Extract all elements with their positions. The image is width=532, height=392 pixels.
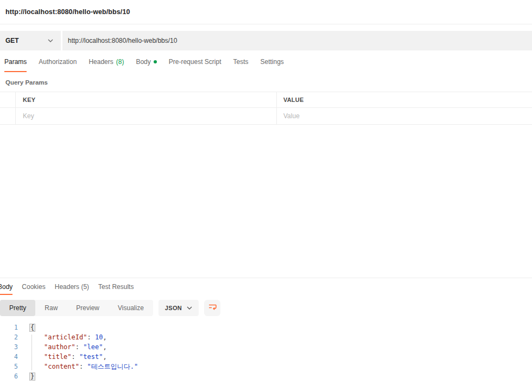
tab-authorization-label: Authorization	[39, 58, 77, 66]
json-line: 6 }	[0, 371, 532, 381]
open-brace: {	[29, 324, 35, 332]
response-tab-body[interactable]: Body	[0, 283, 12, 295]
response-toolbar: Pretty Raw Preview Visualize JSON	[0, 300, 532, 316]
tab-settings-label: Settings	[261, 58, 284, 66]
tab-pre-request-script-label: Pre-request Script	[169, 58, 221, 66]
response-tab-cookies[interactable]: Cookies	[22, 283, 45, 295]
line-number: 4	[0, 353, 18, 361]
json-string-value: "테스트입니다."	[87, 363, 138, 370]
chevron-down-icon	[48, 39, 53, 42]
view-mode-switcher: Pretty Raw Preview Visualize	[0, 300, 153, 316]
json-comma: ,	[103, 353, 106, 361]
body-green-dot-icon	[154, 60, 157, 63]
json-separator: :	[72, 353, 79, 361]
param-input-row	[0, 108, 532, 124]
json-key: "content"	[44, 363, 79, 370]
json-number-value: 10	[95, 333, 103, 341]
tab-headers-label: Headers	[88, 58, 113, 66]
json-separator: :	[87, 333, 94, 341]
view-mode-raw[interactable]: Raw	[35, 300, 67, 316]
chevron-down-icon	[187, 306, 192, 310]
line-number: 1	[0, 324, 18, 331]
tab-params-label: Params	[4, 58, 27, 66]
request-url-bar: GET http://localhost:8080/hello-web/bbs/…	[0, 31, 532, 50]
json-string-value: "test"	[79, 353, 103, 361]
tab-pre-request-script[interactable]: Pre-request Script	[169, 58, 221, 72]
key-cell	[16, 108, 277, 124]
json-line: 1 {	[0, 323, 532, 332]
json-line: 2 "articleId": 10,	[0, 332, 532, 342]
request-tabs: Params Authorization Headers (8) Body Pr…	[0, 58, 532, 72]
value-cell	[277, 108, 532, 124]
text-wrap-button[interactable]	[204, 300, 220, 316]
view-mode-visualize[interactable]: Visualize	[109, 300, 153, 316]
response-tabs: Body Cookies Headers (5) Test Results	[0, 278, 532, 295]
query-params-heading: Query Params	[0, 79, 532, 87]
json-separator: :	[75, 343, 83, 351]
line-number: 2	[0, 333, 18, 341]
json-key: "title"	[44, 353, 72, 361]
tab-params[interactable]: Params	[4, 58, 27, 72]
json-string-value: "lee"	[83, 343, 103, 351]
key-column-header: KEY	[16, 92, 277, 107]
line-number: 6	[0, 372, 18, 380]
format-dropdown[interactable]: JSON	[159, 300, 199, 316]
tab-body[interactable]: Body	[136, 58, 156, 72]
line-number: 3	[0, 343, 18, 351]
empty-area	[0, 125, 532, 278]
view-mode-pretty[interactable]: Pretty	[0, 300, 35, 316]
json-line: 3 "author": "lee",	[0, 342, 532, 352]
tab-tests-label: Tests	[233, 58, 248, 66]
json-comma: ,	[103, 333, 106, 341]
response-section: Body Cookies Headers (5) Test Results Pr…	[0, 278, 532, 381]
json-comma: ,	[103, 343, 106, 351]
key-header-label: KEY	[23, 97, 35, 103]
view-mode-preview[interactable]: Preview	[67, 300, 109, 316]
tab-tests[interactable]: Tests	[233, 58, 248, 72]
response-tab-headers-label: Headers (5)	[55, 283, 89, 291]
headers-count-badge: (8)	[116, 58, 124, 66]
response-tab-headers[interactable]: Headers (5)	[55, 283, 89, 295]
preview-label: Preview	[76, 304, 99, 312]
method-dropdown[interactable]: GET	[0, 31, 61, 50]
request-tab-title-bar: http://localhost:8080/hello-web/bbs/10	[0, 0, 532, 24]
raw-label: Raw	[45, 304, 58, 312]
table-header-row: KEY VALUE	[0, 92, 532, 108]
json-key: "author"	[44, 343, 75, 351]
response-tab-cookies-label: Cookies	[22, 283, 45, 291]
response-tab-test-results-label: Test Results	[98, 283, 134, 291]
visualize-label: Visualize	[118, 304, 144, 312]
format-label: JSON	[165, 305, 182, 311]
param-key-input[interactable]	[23, 112, 264, 120]
pretty-label: Pretty	[9, 304, 26, 312]
response-tab-body-label: Body	[0, 283, 12, 291]
value-header-label: VALUE	[283, 97, 303, 103]
close-brace: }	[29, 372, 35, 381]
tab-settings[interactable]: Settings	[261, 58, 284, 72]
param-value-input[interactable]	[283, 112, 520, 120]
tab-body-label: Body	[136, 58, 150, 66]
json-line: 5 "content": "테스트입니다."	[0, 362, 532, 371]
row-checkbox-cell	[0, 108, 16, 124]
value-column-header: VALUE	[277, 92, 532, 107]
json-key: "articleId"	[44, 333, 87, 341]
indent-guide-line	[31, 335, 32, 370]
text-wrap-icon	[208, 303, 217, 313]
url-text: http://localhost:8080/hello-web/bbs/10	[68, 37, 177, 44]
response-body-viewer[interactable]: 1 { 2 "articleId": 10, 3 "author": "lee"…	[0, 323, 532, 381]
json-line: 4 "title": "test",	[0, 352, 532, 362]
url-input[interactable]: http://localhost:8080/hello-web/bbs/10	[62, 31, 532, 50]
json-separator: :	[79, 363, 87, 370]
response-tab-test-results[interactable]: Test Results	[98, 283, 134, 295]
tab-authorization[interactable]: Authorization	[39, 58, 77, 72]
checkbox-column-header	[0, 92, 16, 107]
method-label: GET	[5, 37, 19, 44]
query-params-table: KEY VALUE	[0, 92, 532, 125]
tab-headers[interactable]: Headers (8)	[88, 58, 124, 72]
request-title: http://localhost:8080/hello-web/bbs/10	[5, 8, 130, 16]
line-number: 5	[0, 363, 18, 370]
